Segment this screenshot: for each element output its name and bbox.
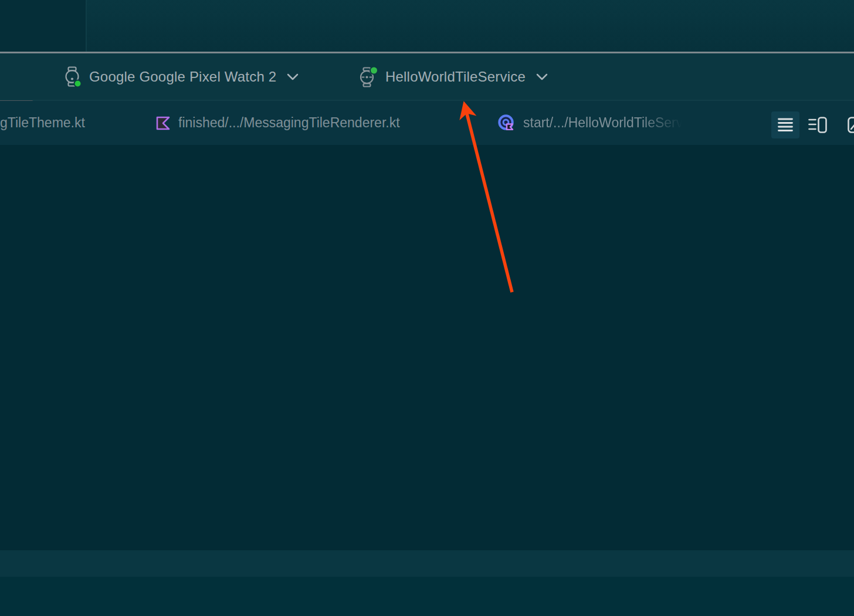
device-selector[interactable]: Google Google Pixel Watch 2 xyxy=(62,53,299,100)
code-view-icon xyxy=(778,117,793,133)
wear-run-config-icon xyxy=(357,66,378,88)
android-studio-window: Google Google Pixel Watch 2 HelloWorl xyxy=(0,0,854,616)
design-view-icon xyxy=(848,117,854,133)
tab-label: start/.../HelloWorldTileServi xyxy=(523,115,686,131)
status-area xyxy=(0,577,854,616)
tab-messagingtilerenderer[interactable]: finished/.../MessagingTileRenderer.kt xyxy=(155,101,400,145)
mode-design-button[interactable] xyxy=(842,111,854,138)
run-config-label: HelloWorldTileService xyxy=(385,69,526,85)
split-view-icon xyxy=(808,117,827,133)
main-toolbar: Google Google Pixel Watch 2 HelloWorl xyxy=(0,53,854,100)
device-selector-label: Google Google Pixel Watch 2 xyxy=(89,69,276,85)
background-window-strip xyxy=(0,0,854,52)
chevron-down-icon xyxy=(287,73,299,80)
run-config-selector[interactable]: HelloWorldTileService xyxy=(357,53,548,100)
bottom-panel-band xyxy=(0,550,854,577)
watch-device-icon xyxy=(62,66,82,87)
chevron-down-icon xyxy=(536,73,548,80)
editor-content-area xyxy=(0,145,854,550)
tab-label: finished/.../MessagingTileRenderer.kt xyxy=(178,115,400,131)
kotlin-file-icon xyxy=(155,116,171,131)
background-window-strip-left xyxy=(0,0,86,52)
mode-split-button[interactable] xyxy=(804,111,832,138)
kotlin-class-icon xyxy=(497,114,516,132)
mode-code-button[interactable] xyxy=(771,111,799,138)
tab-helloworldtileservice[interactable]: start/.../HelloWorldTileServi xyxy=(497,101,686,145)
background-window-divider xyxy=(86,0,87,52)
tab-messagingtiletheme[interactable]: gTileTheme.kt xyxy=(0,101,85,145)
editor-tabbar: gTileTheme.kt finished/.../MessagingTile… xyxy=(0,101,854,145)
tab-label: gTileTheme.kt xyxy=(0,115,85,131)
